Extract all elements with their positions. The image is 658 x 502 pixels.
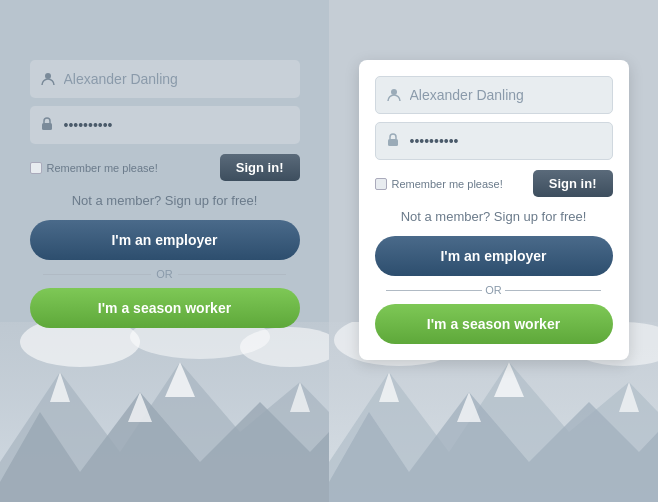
right-season-button[interactable]: I'm a season worker [375, 304, 613, 344]
left-or-divider: OR [30, 268, 300, 280]
left-remember-label[interactable]: Remember me please! [30, 162, 158, 174]
svg-point-12 [391, 89, 397, 95]
left-season-button[interactable]: I'm a season worker [30, 288, 300, 328]
right-or-divider: OR [375, 284, 613, 296]
right-remember-label[interactable]: Remember me please! [375, 178, 503, 190]
right-employer-button[interactable]: I'm an employer [375, 236, 613, 276]
right-not-member: Not a member? Sign up for free! [375, 209, 613, 224]
left-login-card: Remember me please! Sign in! Not a membe… [30, 60, 300, 328]
right-username-input[interactable] [410, 87, 602, 103]
svg-rect-13 [388, 139, 398, 146]
right-remember-checkbox[interactable] [375, 178, 387, 190]
left-username-input[interactable] [64, 71, 290, 87]
svg-rect-1 [42, 123, 52, 130]
svg-point-0 [45, 73, 51, 79]
right-login-card: Remember me please! Sign in! Not a membe… [359, 60, 629, 360]
right-password-field[interactable] [375, 122, 613, 160]
lock-icon-left [40, 117, 56, 133]
left-signin-button[interactable]: Sign in! [220, 154, 300, 181]
right-signin-button[interactable]: Sign in! [533, 170, 613, 197]
right-remember-row: Remember me please! Sign in! [375, 170, 613, 197]
left-password-input[interactable] [64, 117, 290, 133]
user-icon [40, 71, 56, 87]
left-remember-checkbox[interactable] [30, 162, 42, 174]
user-icon-right [386, 87, 402, 103]
left-remember-row: Remember me please! Sign in! [30, 154, 300, 181]
left-panel: Remember me please! Sign in! Not a membe… [0, 0, 329, 502]
left-employer-button[interactable]: I'm an employer [30, 220, 300, 260]
left-password-field[interactable] [30, 106, 300, 144]
left-username-field[interactable] [30, 60, 300, 98]
right-panel: Remember me please! Sign in! Not a membe… [329, 0, 658, 502]
left-not-member: Not a member? Sign up for free! [30, 193, 300, 208]
lock-icon-right [386, 133, 402, 149]
right-username-field[interactable] [375, 76, 613, 114]
right-password-input[interactable] [410, 133, 602, 149]
left-mountain-bg [0, 322, 329, 502]
